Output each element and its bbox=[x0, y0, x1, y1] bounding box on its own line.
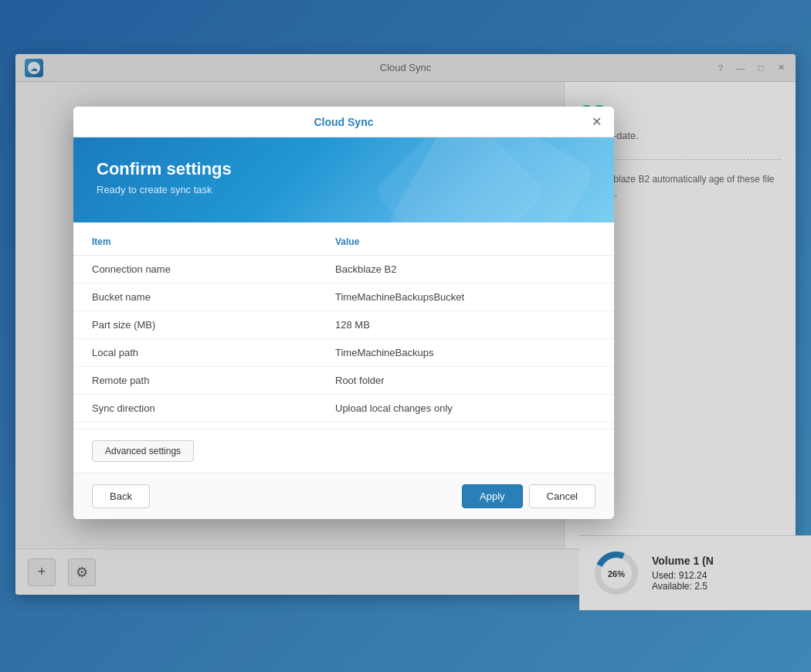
table-cell-value: TimeMachineBackups bbox=[317, 339, 614, 367]
table-cell-item: Local path bbox=[73, 339, 317, 367]
col-header-value: Value bbox=[317, 229, 614, 256]
table-cell-item: Remote path bbox=[73, 367, 317, 395]
table-cell-value: TimeMachineBackupsBucket bbox=[317, 283, 614, 311]
table-row: Bucket nameTimeMachineBackupsBucket bbox=[73, 283, 614, 311]
modal-banner: Confirm settings Ready to create sync ta… bbox=[73, 137, 614, 222]
table-row: Sync directionUpload local changes only bbox=[73, 395, 614, 423]
modal-footer: Back Apply Cancel bbox=[73, 473, 614, 519]
table-cell-value: 128 MB bbox=[317, 311, 614, 339]
table-cell-value: Upload local changes only bbox=[317, 395, 614, 423]
table-row: Part size (MB)128 MB bbox=[73, 311, 614, 339]
advanced-settings-section: Advanced settings bbox=[73, 429, 614, 473]
advanced-settings-button[interactable]: Advanced settings bbox=[92, 440, 194, 462]
settings-table: Item Value Connection nameBackblaze B2Bu… bbox=[73, 229, 614, 423]
table-cell-item: Connection name bbox=[73, 256, 317, 283]
modal-title: Cloud Sync bbox=[314, 116, 373, 128]
table-cell-item: Bucket name bbox=[73, 283, 317, 311]
footer-left-buttons: Back bbox=[92, 484, 150, 508]
desktop: ☁ Cloud Sync ? — □ ✕ ce w up-to-date. et… bbox=[0, 0, 811, 672]
modal-overlay: Cloud Sync ✕ Confirm settings Ready to c… bbox=[0, 0, 811, 672]
modal-close-button[interactable]: ✕ bbox=[588, 114, 605, 131]
table-cell-value: Root folder bbox=[317, 367, 614, 395]
table-row: Connection nameBackblaze B2 bbox=[73, 256, 614, 283]
table-cell-item: Sync direction bbox=[73, 395, 317, 423]
modal-titlebar: Cloud Sync ✕ bbox=[73, 107, 614, 137]
modal-body: Item Value Connection nameBackblaze B2Bu… bbox=[73, 222, 614, 473]
settings-table-wrapper: Item Value Connection nameBackblaze B2Bu… bbox=[73, 222, 614, 429]
apply-button[interactable]: Apply bbox=[462, 484, 523, 508]
table-row: Remote pathRoot folder bbox=[73, 367, 614, 395]
footer-right-buttons: Apply Cancel bbox=[462, 484, 596, 508]
table-row: Local pathTimeMachineBackups bbox=[73, 339, 614, 367]
cancel-button[interactable]: Cancel bbox=[529, 484, 596, 508]
col-header-item: Item bbox=[73, 229, 317, 256]
modal-dialog: Cloud Sync ✕ Confirm settings Ready to c… bbox=[73, 107, 614, 519]
banner-subheading: Ready to create sync task bbox=[97, 184, 591, 195]
table-cell-value: Backblaze B2 bbox=[317, 256, 614, 283]
banner-heading: Confirm settings bbox=[97, 159, 591, 179]
back-button[interactable]: Back bbox=[92, 484, 150, 508]
table-cell-item: Part size (MB) bbox=[73, 311, 317, 339]
